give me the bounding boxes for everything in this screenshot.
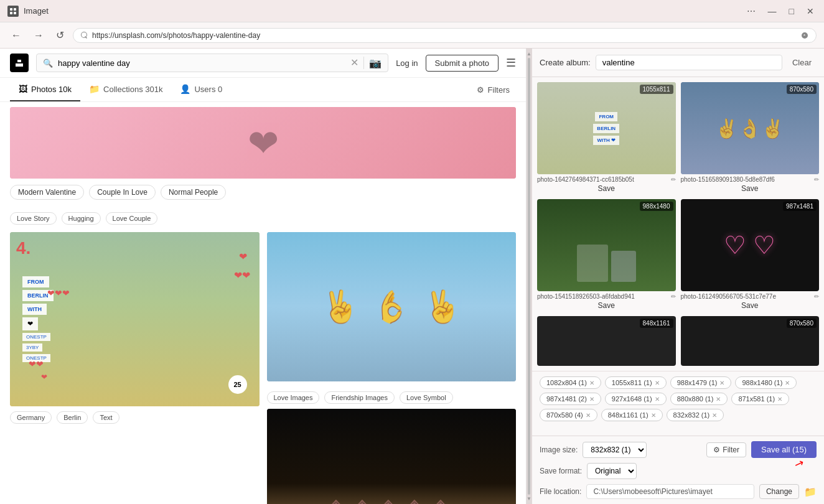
size-tag-3[interactable]: 988x1480 (1) ✕ [735, 376, 797, 389]
login-button[interactable]: Log in [396, 58, 418, 68]
window-minimize-btn[interactable]: — [765, 5, 779, 17]
hamburger-menu-btn[interactable]: ☰ [506, 56, 516, 70]
url-input[interactable] [92, 31, 797, 40]
size-tag-4-remove[interactable]: ✕ [589, 396, 594, 403]
url-bar[interactable] [73, 28, 817, 43]
tag-germany[interactable]: Germany [10, 411, 52, 424]
size-tag-6[interactable]: 880x880 (1) ✕ [670, 393, 728, 405]
filter-button[interactable]: ⚙ Filter [706, 442, 746, 457]
photo-4-edit-icon[interactable]: ✏ [814, 293, 819, 300]
size-tag-0-remove[interactable]: ✕ [589, 380, 594, 386]
file-location-row: File location: Change 📁 [540, 484, 817, 499]
tag-hugging[interactable]: Hugging [62, 212, 101, 225]
photo-4-dimensions: 987x1481 [783, 202, 817, 211]
tag-modern-valentine[interactable]: Modern Valentine [10, 185, 84, 200]
photo-1-edit-icon[interactable]: ✏ [671, 176, 676, 183]
size-tag-1-remove[interactable]: ✕ [655, 380, 660, 386]
tag-berlin[interactable]: Berlin [57, 411, 88, 424]
clear-search-btn[interactable]: ✕ [350, 58, 358, 68]
size-tag-10[interactable]: 832x832 (1) ✕ [667, 409, 724, 421]
size-tag-8[interactable]: 870x580 (4) ✕ [540, 409, 597, 421]
photo-3-edit-icon[interactable]: ✏ [671, 293, 676, 300]
tab-users[interactable]: 👤 Users 0 [171, 78, 231, 101]
size-tag-10-remove[interactable]: ✕ [712, 412, 717, 419]
back-button[interactable]: ← [7, 29, 25, 42]
filters-button[interactable]: ⚙ Filters [471, 82, 516, 98]
window-maximize-btn[interactable]: □ [787, 5, 797, 17]
tab-collections[interactable]: 📁 Collections 301k [80, 78, 171, 101]
forward-button[interactable]: → [30, 29, 47, 42]
image-size-select[interactable]: 832x832 (1) [583, 442, 647, 458]
chocolates-photo: 🍫 🍫 🍫 🍫 🍫 Auto Scroll [267, 409, 517, 504]
search-bar[interactable]: 🔍 ✕ 📷 [36, 54, 388, 72]
search-input[interactable] [58, 58, 345, 68]
tag-normal-people[interactable]: Normal People [161, 185, 226, 200]
size-tag-3-label: 988x1480 (1) [742, 379, 782, 386]
window-controls[interactable]: ⋯ — □ ✕ [744, 5, 817, 17]
right-actions: ⚙ Filter Save all (15) ↗ [706, 441, 817, 458]
size-tag-9[interactable]: 848x1161 (1) ✕ [601, 409, 663, 421]
users-icon: 👤 [180, 84, 190, 94]
camera-search-btn[interactable]: 📷 [369, 57, 382, 69]
reload-button[interactable]: ↺ [52, 28, 68, 42]
file-location-label: File location: [540, 487, 581, 496]
photo-3-save-button[interactable]: Save [537, 300, 676, 311]
tag-love-story[interactable]: Love Story [10, 212, 57, 225]
size-tag-4[interactable]: 987x1481 (2) ✕ [540, 393, 601, 405]
album-input[interactable] [596, 55, 782, 70]
size-tag-2-remove[interactable]: ✕ [719, 380, 724, 386]
size-tag-5[interactable]: 927x1648 (1) ✕ [605, 393, 667, 405]
photo-3-filename: photo-1541518926503-a6fdabd941 [537, 293, 670, 300]
photo-2-save-button[interactable]: Save [681, 183, 820, 194]
right-photo-grid: FROM BERLIN WITH ❤ 1055x811 photo-164276… [532, 77, 824, 371]
window-close-btn[interactable]: ✕ [804, 5, 817, 17]
size-tags: 1082x804 (1) ✕ 1055x811 (1) ✕ 988x1479 (… [532, 371, 824, 426]
berlin-photo: FROM BERLIN WITH ❤ ONESTP 3YBY ONESTP 25… [10, 232, 260, 406]
separator [363, 57, 364, 69]
save-format-row: Save format: Original [540, 463, 817, 479]
size-tag-7[interactable]: 871x581 (1) ✕ [731, 393, 789, 405]
tag-couple-in-love[interactable]: Couple In Love [89, 185, 156, 200]
size-tag-2[interactable]: 988x1479 (1) ✕ [670, 376, 732, 389]
scrollbar-thumb [528, 58, 530, 495]
size-tag-0-label: 1082x804 (1) [546, 379, 587, 386]
format-select[interactable]: Original [587, 463, 637, 479]
size-tag-5-label: 927x1648 (1) [612, 395, 652, 403]
tab-photos[interactable]: 🖼 Photos 10k [10, 78, 80, 101]
save-all-button[interactable]: Save all (15) [751, 441, 817, 458]
submit-photo-button[interactable]: Submit a photo [426, 55, 499, 72]
photo-1-save-button[interactable]: Save [537, 183, 676, 194]
file-location-input[interactable] [586, 484, 754, 499]
clear-album-button[interactable]: Clear [787, 55, 817, 70]
tag-friendship-images[interactable]: Friendship Images [324, 391, 395, 404]
hearts-neon: ♡ ♡ [724, 231, 775, 259]
right-panel: Create album: Clear FROM BERLIN WITH ❤ 1… [531, 49, 824, 504]
size-tag-8-remove[interactable]: ✕ [586, 412, 591, 419]
size-tag-6-remove[interactable]: ✕ [716, 396, 721, 403]
photos-icon: 🖼 [19, 84, 27, 94]
right-photo-item-2: ✌👌✌ 870x580 photo-1516589091380-5d8e87df… [681, 82, 820, 194]
photo-2-edit-icon[interactable]: ✏ [814, 176, 819, 183]
center-scrollbar[interactable]: ▲ ▼ [527, 49, 531, 504]
tag-love-symbol[interactable]: Love Symbol [400, 391, 453, 404]
size-tag-5-remove[interactable]: ✕ [655, 396, 660, 403]
tag-text[interactable]: Text [93, 411, 119, 424]
size-tag-0[interactable]: 1082x804 (1) ✕ [540, 376, 601, 389]
size-tag-9-remove[interactable]: ✕ [651, 412, 656, 419]
scroll-down-arrow: ▼ [527, 496, 531, 502]
folder-icon-button[interactable]: 📁 [804, 486, 817, 498]
content-scroll[interactable]: ❤ Modern Valentine Couple In Love Normal… [0, 102, 526, 504]
change-location-button[interactable]: Change [759, 484, 799, 499]
size-tag-7-remove[interactable]: ✕ [777, 396, 782, 403]
album-bar: Create album: Clear [532, 49, 824, 77]
scroll-up-arrow: ▲ [527, 51, 531, 57]
photo-4-save-button[interactable]: Save [681, 300, 820, 311]
tag-love-images[interactable]: Love Images [267, 391, 320, 404]
window-menu-btn[interactable]: ⋯ [744, 5, 758, 17]
save-format-label: Save format: [540, 467, 582, 475]
size-tag-3-remove[interactable]: ✕ [785, 380, 790, 386]
size-tag-1[interactable]: 1055x811 (1) ✕ [605, 376, 667, 389]
right-scroll[interactable]: FROM BERLIN WITH ❤ 1055x811 photo-164276… [532, 77, 824, 436]
tag-love-couple[interactable]: Love Couple [106, 212, 158, 225]
photo-4-filename: photo-1612490566705-531c7e77e [681, 293, 813, 300]
